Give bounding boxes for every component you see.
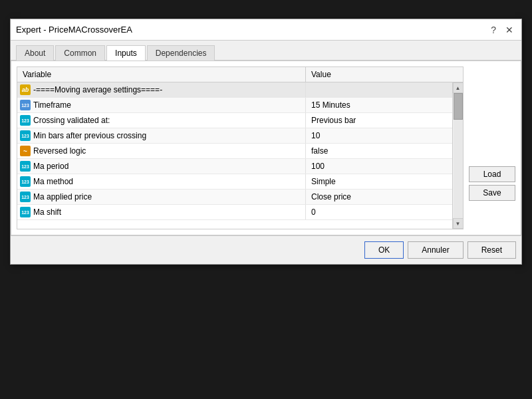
cancel-button[interactable]: Annuler bbox=[408, 241, 463, 259]
table-body-area: ab -====Moving average settings====- 123… bbox=[17, 82, 463, 229]
cell-value-4: false bbox=[306, 144, 452, 158]
cell-variable-8: 123 Ma shift bbox=[17, 205, 306, 219]
col-scroll-spacer bbox=[452, 67, 463, 82]
main-area: Variable Value ab -====Moving average se… bbox=[11, 61, 521, 235]
cell-variable-1: 123 Timeframe bbox=[17, 98, 306, 112]
cell-variable-3: 123 Min bars after previous crossing bbox=[17, 128, 306, 143]
cell-variable-2: 123 Crossing validated at: bbox=[17, 113, 306, 128]
tabs-bar: About Common Inputs Dependencies bbox=[11, 41, 521, 61]
cell-variable-7: 123 Ma applied price bbox=[17, 190, 306, 204]
scroll-down-arrow[interactable]: ▼ bbox=[453, 218, 464, 229]
close-button[interactable]: ✕ bbox=[503, 25, 516, 35]
table-row[interactable]: ~ Reversed logic false bbox=[17, 144, 452, 159]
table-row[interactable]: 123 Ma method Simple bbox=[17, 174, 452, 190]
table-row[interactable]: 123 Timeframe 15 Minutes bbox=[17, 98, 452, 113]
cell-variable-6: 123 Ma method bbox=[17, 174, 306, 189]
row-icon-7: 123 bbox=[20, 192, 31, 202]
tab-inputs[interactable]: Inputs bbox=[106, 45, 146, 61]
tab-about[interactable]: About bbox=[16, 45, 54, 61]
cell-value-5: 100 bbox=[306, 159, 452, 174]
table-row[interactable]: 123 Ma applied price Close price bbox=[17, 190, 452, 205]
row-icon-5: 123 bbox=[20, 161, 31, 172]
row-icon-2: 123 bbox=[20, 115, 31, 126]
cell-value-0 bbox=[306, 82, 452, 97]
tab-dependencies[interactable]: Dependencies bbox=[147, 45, 215, 61]
row-icon-4: ~ bbox=[20, 146, 31, 156]
reset-button[interactable]: Reset bbox=[467, 241, 516, 259]
window-body: About Common Inputs Dependencies Variabl… bbox=[11, 41, 521, 264]
cell-value-3: 10 bbox=[306, 128, 452, 143]
scroll-up-arrow[interactable]: ▲ bbox=[453, 82, 464, 93]
cell-value-6: Simple bbox=[306, 174, 452, 189]
scroll-track[interactable] bbox=[454, 93, 463, 218]
table-scrollbar[interactable]: ▲ ▼ bbox=[452, 82, 463, 229]
ok-button[interactable]: OK bbox=[364, 241, 404, 259]
variables-table: Variable Value ab -====Moving average se… bbox=[17, 66, 464, 229]
title-bar-controls: ? ✕ bbox=[488, 25, 516, 35]
cell-variable-5: 123 Ma period bbox=[17, 159, 306, 174]
row-icon-1: 123 bbox=[20, 100, 31, 110]
window-title: Expert - PriceMACrossoverEA bbox=[16, 25, 132, 35]
main-window: Expert - PriceMACrossoverEA ? ✕ About Co… bbox=[10, 19, 522, 265]
cell-variable-0: ab -====Moving average settings====- bbox=[17, 82, 306, 97]
cell-value-1: 15 Minutes bbox=[306, 98, 452, 112]
table-rows: ab -====Moving average settings====- 123… bbox=[17, 82, 452, 229]
title-bar: Expert - PriceMACrossoverEA ? ✕ bbox=[11, 19, 521, 41]
table-row[interactable]: 123 Crossing validated at: Previous bar bbox=[17, 113, 452, 128]
cell-value-2: Previous bar bbox=[306, 113, 452, 128]
scroll-thumb[interactable] bbox=[454, 93, 463, 120]
load-button[interactable]: Load bbox=[469, 166, 515, 182]
table-row[interactable]: 123 Min bars after previous crossing 10 bbox=[17, 128, 452, 144]
save-button[interactable]: Save bbox=[469, 185, 515, 201]
row-icon-3: 123 bbox=[20, 130, 31, 141]
col-value-header: Value bbox=[306, 67, 452, 82]
cell-variable-4: ~ Reversed logic bbox=[17, 144, 306, 158]
tab-content: Variable Value ab -====Moving average se… bbox=[11, 61, 521, 235]
cell-value-7: Close price bbox=[306, 190, 452, 204]
table-header: Variable Value bbox=[17, 67, 463, 82]
row-icon-8: 123 bbox=[20, 207, 31, 217]
row-icon-0: ab bbox=[20, 84, 31, 95]
table-row[interactable]: ab -====Moving average settings====- bbox=[17, 82, 452, 98]
help-button[interactable]: ? bbox=[488, 25, 499, 35]
side-buttons: Load Save bbox=[469, 66, 515, 229]
cell-value-8: 0 bbox=[306, 205, 452, 219]
table-row[interactable]: 123 Ma shift 0 bbox=[17, 205, 452, 220]
row-icon-6: 123 bbox=[20, 176, 31, 187]
table-row[interactable]: 123 Ma period 100 bbox=[17, 159, 452, 174]
col-variable-header: Variable bbox=[17, 67, 306, 82]
tab-common[interactable]: Common bbox=[55, 45, 105, 61]
footer: OK Annuler Reset bbox=[11, 235, 521, 264]
